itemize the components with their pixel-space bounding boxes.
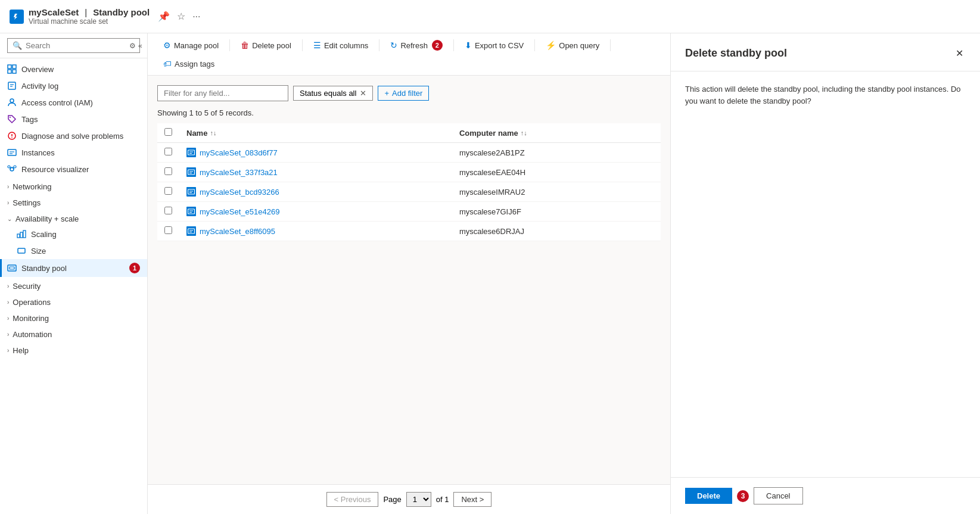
- refresh-icon: ↻: [390, 41, 397, 50]
- table-row: myScaleSet_337f3a21 myscaleseEAE04H: [157, 163, 661, 182]
- svg-rect-4: [13, 70, 16, 73]
- sidebar-item-instances[interactable]: Instances: [0, 144, 147, 161]
- row-checkbox-cell: [157, 163, 179, 182]
- next-page-button[interactable]: Next >: [453, 492, 491, 507]
- instance-link[interactable]: myScaleSet_337f3a21: [200, 168, 278, 177]
- sidebar-item-diagnose[interactable]: Diagnose and solve problems: [0, 127, 147, 144]
- delete-pool-label: Delete pool: [252, 41, 291, 50]
- add-filter-button[interactable]: + Add filter: [378, 86, 429, 101]
- pagination: < Previous Page 1 of 1 Next >: [148, 484, 670, 514]
- instance-link[interactable]: myScaleSet_bcd93266: [200, 188, 279, 197]
- sidebar-section-settings[interactable]: Settings: [0, 194, 147, 210]
- toolbar-sep-3: [379, 39, 379, 51]
- name-sort-icon: ↑↓: [210, 129, 216, 136]
- name-header-label: Name: [186, 129, 207, 138]
- instance-link[interactable]: myScaleSet_e51e4269: [200, 207, 279, 216]
- filter-input[interactable]: [157, 85, 288, 101]
- iam-icon: [7, 98, 17, 107]
- networking-chevron: [7, 183, 9, 190]
- edit-columns-label: Edit columns: [324, 41, 368, 50]
- export-csv-button[interactable]: ⬇ Export to CSV: [459, 38, 530, 53]
- refresh-button[interactable]: ↻ Refresh 2: [384, 37, 449, 54]
- header-title-group: myScaleSet | Standby pool Virtual machin…: [29, 7, 150, 26]
- security-label: Security: [13, 282, 41, 291]
- search-actions: ⚙ «: [129, 42, 142, 50]
- row-checkbox[interactable]: [164, 167, 172, 175]
- computer-name-header-label: Computer name: [459, 129, 518, 138]
- confirm-delete-button[interactable]: Delete: [685, 488, 732, 504]
- availability-scale-label: Availability + scale: [15, 214, 79, 223]
- automation-label: Automation: [13, 330, 52, 339]
- name-sort[interactable]: Name ↑↓: [186, 129, 216, 138]
- edit-columns-button[interactable]: ☰ Edit columns: [307, 38, 374, 53]
- open-query-button[interactable]: ⚡ Open query: [540, 38, 605, 53]
- sidebar-item-size[interactable]: Size: [0, 242, 147, 259]
- row-checkbox[interactable]: [164, 187, 172, 195]
- search-input[interactable]: [26, 41, 126, 50]
- delete-pool-button[interactable]: 🗑 Delete pool: [235, 38, 297, 53]
- vm-icon: [186, 148, 196, 157]
- sidebar-item-overview[interactable]: Overview: [0, 61, 147, 77]
- svg-rect-25: [8, 265, 16, 271]
- select-all-checkbox[interactable]: [164, 128, 172, 136]
- assign-tags-button[interactable]: 🏷 Assign tags: [157, 56, 220, 71]
- svg-point-8: [10, 99, 14, 102]
- row-checkbox[interactable]: [164, 226, 172, 234]
- cancel-delete-button[interactable]: Cancel: [754, 487, 802, 504]
- collapse-icon[interactable]: «: [138, 42, 142, 50]
- sidebar-section-operations[interactable]: Operations: [0, 293, 147, 309]
- status-filter-close[interactable]: ✕: [360, 89, 366, 98]
- page-select[interactable]: 1: [406, 492, 431, 507]
- panel-close-button[interactable]: ✕: [953, 45, 966, 61]
- diagnose-label: Diagnose and solve problems: [21, 132, 123, 141]
- size-icon: [17, 246, 26, 256]
- sidebar-item-iam[interactable]: Access control (IAM): [0, 94, 147, 111]
- delete-panel-badge: 3: [737, 490, 749, 502]
- instance-link[interactable]: myScaleSet_083d6f77: [200, 148, 278, 157]
- favorite-button[interactable]: ☆: [176, 10, 186, 23]
- svg-rect-5: [8, 82, 15, 89]
- svg-rect-3: [8, 70, 11, 73]
- toolbar-sep-1: [229, 39, 230, 51]
- sidebar-item-standby-pool[interactable]: Standby pool 1: [0, 259, 147, 277]
- sidebar-section-monitoring[interactable]: Monitoring: [0, 309, 147, 325]
- sidebar-item-resource-visualizer[interactable]: Resource visualizer: [0, 161, 147, 177]
- overview-label: Overview: [21, 65, 54, 74]
- sidebar-section-help[interactable]: Help: [0, 341, 147, 357]
- next-page-label: Next >: [461, 495, 484, 504]
- row-checkbox-cell: [157, 202, 179, 222]
- size-label: Size: [31, 247, 46, 256]
- filter-icon: ⚙: [129, 42, 136, 50]
- filter-bar: Status equals all ✕ + Add filter: [157, 85, 661, 101]
- export-csv-icon: ⬇: [465, 41, 472, 50]
- sidebar-section-networking[interactable]: Networking: [0, 177, 147, 194]
- sidebar-nav: Overview Activity log Access control (IA…: [0, 58, 147, 514]
- sidebar-item-scaling[interactable]: Scaling: [0, 226, 147, 242]
- table-row: myScaleSet_e51e4269 myscalese7GIJ6F: [157, 202, 661, 222]
- pin-button[interactable]: 📌: [157, 10, 171, 23]
- instance-link[interactable]: myScaleSet_e8ff6095: [200, 227, 275, 236]
- availability-scale-chevron: [7, 216, 12, 222]
- help-chevron: [7, 347, 9, 354]
- prev-page-button[interactable]: < Previous: [326, 492, 379, 507]
- toolbar: ⚙ Manage pool 🗑 Delete pool ☰ Edit colum…: [148, 33, 670, 76]
- row-checkbox[interactable]: [164, 207, 172, 214]
- sidebar-section-automation[interactable]: Automation: [0, 325, 147, 341]
- azure-logo: [10, 10, 24, 24]
- more-button[interactable]: ···: [191, 10, 201, 23]
- toolbar-sep-6: [610, 39, 611, 51]
- instances-icon: [7, 148, 17, 157]
- sidebar-section-availability-scale[interactable]: Availability + scale: [0, 210, 147, 226]
- svg-rect-21: [17, 234, 20, 238]
- sidebar-item-activity-log[interactable]: Activity log: [0, 77, 147, 94]
- row-checkbox[interactable]: [164, 148, 172, 155]
- toolbar-sep-4: [453, 39, 454, 51]
- sidebar-item-tags[interactable]: Tags: [0, 111, 147, 127]
- manage-pool-button[interactable]: ⚙ Manage pool: [157, 38, 225, 53]
- computer-name-sort[interactable]: Computer name ↑↓: [459, 129, 527, 138]
- sidebar-section-security[interactable]: Security: [0, 277, 147, 293]
- search-icon: 🔍: [13, 41, 22, 50]
- instances-label: Instances: [21, 148, 55, 157]
- content-area: ⚙ Manage pool 🗑 Delete pool ☰ Edit colum…: [148, 33, 980, 514]
- svg-point-12: [11, 137, 13, 138]
